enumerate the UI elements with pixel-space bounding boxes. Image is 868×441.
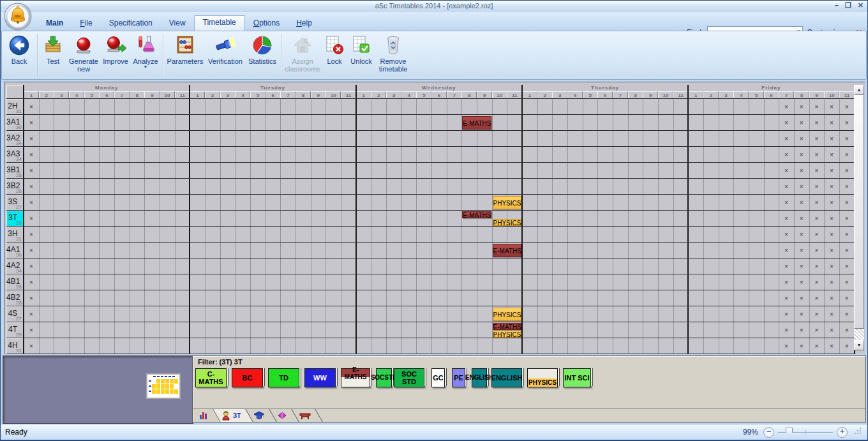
assign-classrooms-button: Assign classrooms <box>283 32 322 73</box>
timetable-row-cells[interactable] <box>24 195 855 211</box>
timetable-row-cells[interactable] <box>24 306 855 322</box>
row-label[interactable]: 3T29 <box>6 211 24 227</box>
row-label[interactable]: 3B128 <box>6 163 24 179</box>
subject-card[interactable]: GC <box>431 368 445 387</box>
analyze-dropdown-icon[interactable]: ▼ <box>130 65 161 69</box>
timetable-row-cells[interactable] <box>24 227 855 243</box>
subject-card[interactable]: BC <box>232 368 263 387</box>
row-label[interactable]: 4B228 <box>6 290 24 306</box>
remove-timetable-button[interactable]: Remove timetable <box>375 32 411 73</box>
zoom-slider-thumb[interactable] <box>786 428 793 437</box>
row-label[interactable]: 3H31 <box>6 227 24 243</box>
timetable-row-cells[interactable] <box>24 258 855 274</box>
timetable-row-cells[interactable] <box>24 179 855 195</box>
timetable-row-cells[interactable] <box>24 99 855 115</box>
row-label[interactable]: 4A130 <box>6 243 24 258</box>
lesson-card[interactable]: PHYSICS <box>493 196 521 209</box>
subject-card[interactable]: C-MATHS <box>195 368 227 387</box>
tab-classes[interactable] <box>250 409 273 422</box>
lesson-card[interactable]: E-MATHS <box>493 244 521 257</box>
minimize-button[interactable]: – <box>835 1 839 10</box>
row-label[interactable]: 4T29 <box>6 322 24 338</box>
timetable-row-cells[interactable] <box>24 274 855 290</box>
test-button[interactable]: Test <box>40 32 66 65</box>
row-label[interactable]: 4S27 <box>6 306 24 322</box>
subject-card[interactable]: PHYSICS <box>527 368 558 387</box>
x-mark: × <box>839 243 855 258</box>
x-mark: × <box>779 99 794 115</box>
x-mark: × <box>839 274 855 290</box>
parameters-button[interactable]: Parameters <box>165 32 205 65</box>
subject-card[interactable]: TD <box>268 368 299 387</box>
analyze-button[interactable]: Analyze ▼ <box>130 32 161 69</box>
close-button[interactable]: ✕ <box>858 1 864 10</box>
maximize-button[interactable]: ❒ <box>845 1 851 10</box>
app-logo[interactable]: aSc <box>4 3 32 31</box>
subject-card[interactable]: SOCSTD <box>376 368 392 387</box>
status-bar: Ready 99% − + <box>1 424 867 441</box>
timetable-row-cells[interactable] <box>24 290 855 306</box>
scrollbar-thumb[interactable] <box>854 95 864 329</box>
lesson-card[interactable]: PHYSICS <box>493 331 521 338</box>
menu-tab-specification[interactable]: Specification <box>101 16 161 31</box>
row-label[interactable]: 3S27 <box>6 195 24 211</box>
menu-tab-main[interactable]: Main <box>38 16 71 31</box>
row-label[interactable]: 3A130 <box>6 115 24 131</box>
row-label[interactable]: 3B228 <box>6 179 24 195</box>
row-label[interactable]: 3A334 <box>6 147 24 163</box>
zoom-in-button[interactable]: + <box>837 427 848 438</box>
zoom-slider[interactable] <box>778 428 833 437</box>
lesson-card[interactable]: PHYSICS <box>493 219 521 226</box>
lesson-card[interactable]: E-MATHS <box>462 116 491 130</box>
zoom-out-button[interactable]: − <box>763 427 774 438</box>
timetable-row-cells[interactable] <box>24 211 855 227</box>
menu-tab-options[interactable]: Options <box>253 16 280 31</box>
timetable-row-cells[interactable] <box>24 131 855 147</box>
improve-button[interactable]: Improve <box>101 32 130 65</box>
x-mark: × <box>24 258 39 274</box>
generate-new-button[interactable]: Generate new <box>66 32 101 73</box>
scroll-up-button[interactable]: ▲ <box>854 85 864 95</box>
row-label[interactable]: 4B128 <box>6 274 24 290</box>
statistics-button[interactable]: Statistics <box>246 32 279 65</box>
timetable-row-cells[interactable] <box>24 322 855 338</box>
row-label[interactable]: 3A234 <box>6 131 24 147</box>
row-label[interactable]: 4H31 <box>6 338 24 354</box>
lesson-card[interactable]: E-MATHS <box>493 323 521 330</box>
back-button[interactable]: Back <box>3 32 35 65</box>
lesson-card[interactable]: E-MATHS <box>462 211 491 218</box>
lesson-card[interactable]: PHYSICS <box>493 308 521 321</box>
lock-button[interactable]: Lock <box>322 32 347 65</box>
subject-card[interactable]: INT SCI <box>563 368 591 387</box>
scrollbar-track[interactable] <box>854 329 864 340</box>
timetable-row-cells[interactable] <box>24 147 855 163</box>
row-label[interactable]: 4A234 <box>6 258 24 274</box>
timetable-row-cells[interactable] <box>24 115 855 131</box>
timetable-row-cells[interactable] <box>24 163 855 179</box>
x-mark: × <box>839 290 855 306</box>
analyze-icon <box>134 34 157 57</box>
subject-card[interactable]: PE <box>452 368 465 387</box>
menu-tab-file[interactable]: File <box>80 16 92 31</box>
menu-tab-timetable[interactable]: Timetable <box>194 15 245 31</box>
scroll-down-button[interactable]: ▼ <box>854 340 864 350</box>
timetable-row-cells[interactable] <box>24 243 855 258</box>
resize-grip[interactable] <box>854 426 862 438</box>
tab-teacher-3t[interactable]: 3T <box>217 409 249 422</box>
tab-subjects[interactable] <box>273 409 295 422</box>
row-label[interactable]: 2H31 <box>6 99 24 115</box>
menu-tab-help[interactable]: Help <box>296 16 312 31</box>
subject-card[interactable]: E-MATHS <box>341 368 370 387</box>
subject-card[interactable]: SOC STD <box>394 368 424 387</box>
menu-tab-view[interactable]: View <box>161 16 194 31</box>
tab-summary[interactable] <box>195 409 216 422</box>
subject-card[interactable]: ENGLISH <box>472 368 487 387</box>
unlock-button[interactable]: Unlock <box>347 32 375 65</box>
verification-button[interactable]: Verification <box>205 32 246 65</box>
subject-card[interactable]: WW <box>304 368 336 387</box>
timetable-row-cells[interactable] <box>24 338 855 354</box>
subject-card[interactable]: ENGLISH <box>491 368 522 387</box>
timetable-thumbnail-icon[interactable] <box>146 373 181 401</box>
vertical-scrollbar[interactable]: ▲ ▼ <box>854 82 864 354</box>
tab-classrooms[interactable] <box>296 409 318 422</box>
